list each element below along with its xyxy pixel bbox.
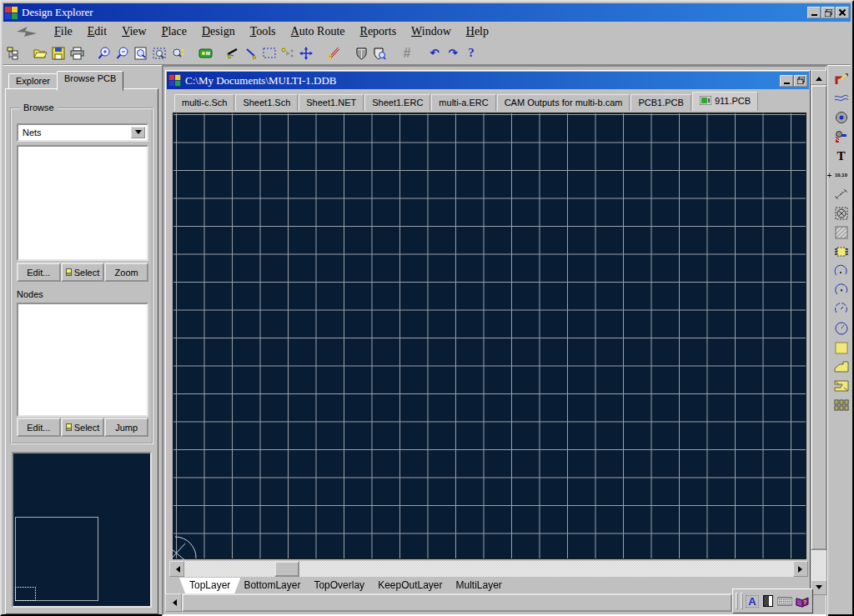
scroll-left-button[interactable]: [169, 561, 184, 577]
open-document-icon[interactable]: [31, 44, 49, 63]
cross-probe-icon[interactable]: [224, 44, 242, 63]
place-polygon-plane-icon[interactable]: [833, 359, 850, 374]
undo-icon[interactable]: ↶: [425, 44, 444, 63]
move-object-icon[interactable]: [297, 44, 315, 63]
place-fill-icon[interactable]: [833, 340, 850, 355]
zoom-out-icon[interactable]: [113, 44, 132, 63]
zoom-document-icon[interactable]: [132, 44, 150, 63]
place-arc-center-icon[interactable]: [833, 283, 850, 298]
place-full-circle-icon[interactable]: [833, 321, 850, 336]
tab-browse-pcb[interactable]: Browse PCB: [57, 71, 123, 91]
scroll-left-button[interactable]: [165, 593, 182, 612]
tab-911-pcb[interactable]: 911.PCB: [692, 92, 758, 111]
tab-sheet1-erc[interactable]: Sheet1.ERC: [364, 94, 430, 111]
interactive-routing-icon[interactable]: [833, 72, 850, 87]
keyboard-icon[interactable]: [777, 593, 792, 608]
tab-pcb1-pcb[interactable]: PCB1.PCB: [630, 94, 691, 111]
combo-dropdown-button[interactable]: [131, 127, 145, 138]
minimap-viewport[interactable]: [15, 587, 36, 601]
place-pad-icon[interactable]: [833, 129, 850, 144]
help-book-icon[interactable]: ?: [795, 593, 810, 608]
menu-tools[interactable]: Tools: [243, 23, 284, 40]
redo-icon[interactable]: ↷: [444, 44, 462, 63]
text-style-icon[interactable]: A: [746, 593, 759, 608]
edit-net-button[interactable]: Edit...: [17, 263, 61, 282]
place-room-icon[interactable]: [833, 206, 850, 221]
scrollbar-thumb[interactable]: [182, 593, 732, 612]
place-arc-edge-icon[interactable]: [833, 263, 850, 278]
place-via-icon[interactable]: [833, 110, 850, 125]
wizard-icon[interactable]: [324, 44, 343, 63]
place-string-icon[interactable]: T: [833, 148, 850, 163]
select-node-button[interactable]: Select: [61, 418, 105, 437]
toggle-grid-icon[interactable]: #: [398, 44, 416, 63]
place-arc-any-angle-icon[interactable]: [833, 302, 850, 317]
zoom-in-icon[interactable]: [95, 44, 113, 63]
edit-node-button[interactable]: Edit...: [17, 418, 61, 437]
menu-reports[interactable]: Reports: [353, 23, 404, 40]
toolbar-grip[interactable]: [736, 593, 738, 609]
menu-auto-route[interactable]: Auto Route: [284, 23, 353, 40]
paste-array-icon[interactable]: [833, 398, 850, 413]
menu-edit[interactable]: Edit: [80, 23, 114, 40]
place-dimension-icon[interactable]: [833, 187, 850, 202]
print-icon[interactable]: [68, 44, 86, 63]
tab-multi-a-erc[interactable]: multi-a.ERC: [431, 94, 495, 111]
menu-window[interactable]: Window: [404, 23, 459, 40]
jump-node-button[interactable]: Jump: [104, 418, 148, 437]
place-split-plane-icon[interactable]: [833, 378, 850, 393]
place-fill-hatched-icon[interactable]: [833, 225, 850, 240]
menu-grip-arrow[interactable]: [17, 27, 42, 38]
help-icon[interactable]: ?: [462, 44, 480, 63]
highlight-net-icon[interactable]: [242, 44, 260, 63]
toolbar-grip[interactable]: [741, 593, 743, 609]
fill-style-icon[interactable]: [761, 593, 775, 608]
select-net-button[interactable]: Select: [61, 263, 105, 282]
zoom-net-button[interactable]: Zoom: [104, 263, 148, 282]
menu-help[interactable]: Help: [459, 23, 496, 40]
run-drc-icon[interactable]: [370, 44, 389, 63]
browse-library-icon[interactable]: [196, 44, 214, 63]
select-area-icon[interactable]: [260, 44, 279, 63]
browse-mode-combo[interactable]: Nets: [17, 123, 148, 142]
menu-design[interactable]: Design: [194, 23, 243, 40]
tab-cam-outputs[interactable]: CAM Outputs for multi-b.cam: [497, 94, 630, 111]
nodes-listbox[interactable]: [17, 303, 148, 417]
menu-view[interactable]: View: [114, 23, 154, 40]
workspace-vertical-scrollbar[interactable]: [811, 70, 827, 595]
nodes-label: Nodes: [17, 289, 43, 299]
app-icon: [5, 7, 18, 19]
zoom-area-icon[interactable]: [150, 44, 168, 63]
nets-listbox[interactable]: [17, 145, 148, 261]
scroll-up-button[interactable]: [811, 70, 827, 85]
tab-multi-c-sch[interactable]: multi-c.Sch: [174, 94, 234, 111]
place-component-icon[interactable]: [833, 244, 850, 259]
menu-place[interactable]: Place: [154, 23, 194, 40]
doc-minimize-button[interactable]: [780, 75, 793, 87]
document-titlebar[interactable]: C:\My Documents\MULTI-1.DDB: [167, 72, 809, 89]
minimize-button[interactable]: [807, 7, 821, 18]
scrollbar-thumb[interactable]: [811, 85, 827, 550]
explorer-panel-toggle-icon[interactable]: [3, 44, 22, 63]
tab-sheet1-net[interactable]: Sheet1.NET: [299, 94, 364, 111]
close-button[interactable]: [836, 7, 849, 18]
scroll-right-button[interactable]: [793, 561, 808, 577]
maximize-button[interactable]: [821, 7, 835, 18]
move-selection-icon[interactable]: [279, 44, 297, 63]
doc-maximize-button[interactable]: [794, 75, 807, 87]
editor-horizontal-scrollbar[interactable]: [169, 561, 808, 577]
save-icon[interactable]: [49, 44, 68, 63]
place-coordinate-icon[interactable]: + 10,10: [833, 168, 850, 183]
scrollbar-thumb[interactable]: [274, 561, 299, 577]
design-rule-check-icon[interactable]: [352, 44, 370, 63]
scroll-down-button[interactable]: [811, 580, 827, 595]
pcb-editor-canvas[interactable]: [173, 113, 806, 559]
menu-file[interactable]: File: [47, 23, 80, 40]
zoom-point-icon[interactable]: [168, 44, 187, 63]
tab-sheet1-sch[interactable]: Sheet1.Sch: [235, 94, 298, 111]
workspace-horizontal-scrollbar[interactable]: [165, 593, 811, 612]
app-titlebar[interactable]: Design Explorer: [3, 3, 851, 22]
board-minimap[interactable]: [12, 452, 152, 608]
place-track-icon[interactable]: [833, 91, 850, 106]
document-window: C:\My Documents\MULTI-1.DDB multi-c.Sch …: [165, 70, 811, 597]
